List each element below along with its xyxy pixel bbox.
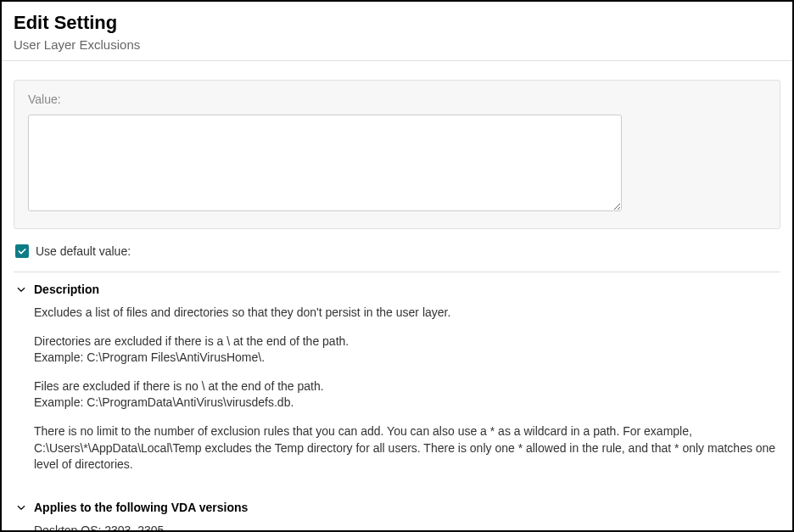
chevron-down-icon xyxy=(15,283,27,295)
description-text: Directories are excluded if there is a \… xyxy=(34,333,779,350)
value-label: Value: xyxy=(28,92,766,106)
use-default-label: Use default value: xyxy=(36,244,131,258)
page-title: Edit Setting xyxy=(14,12,780,34)
description-text: Files are excluded if there is no \ at t… xyxy=(34,378,779,395)
page-subtitle: User Layer Exclusions xyxy=(14,37,780,52)
description-text: Excludes a list of files and directories… xyxy=(34,305,779,322)
chevron-down-icon xyxy=(15,501,27,513)
use-default-checkbox[interactable] xyxy=(15,244,29,258)
vda-toggle[interactable]: Applies to the following VDA versions xyxy=(15,501,779,514)
vda-text: Desktop OS: 2303, 2305 xyxy=(34,523,779,532)
description-text: There is no limit to the number of exclu… xyxy=(34,423,779,473)
description-toggle[interactable]: Description xyxy=(15,283,779,296)
description-text: Example: C:\Program Files\AntiVirusHome\… xyxy=(34,350,779,367)
value-textarea[interactable] xyxy=(28,115,622,211)
description-body: Excludes a list of files and directories… xyxy=(15,305,779,473)
vda-body: Desktop OS: 2303, 2305 xyxy=(15,523,779,532)
checkmark-icon xyxy=(17,246,27,256)
value-panel: Value: xyxy=(14,80,780,229)
description-text: Example: C:\ProgramData\AntiVirus\virusd… xyxy=(34,395,779,412)
vda-heading: Applies to the following VDA versions xyxy=(34,501,248,514)
description-heading: Description xyxy=(34,283,99,296)
